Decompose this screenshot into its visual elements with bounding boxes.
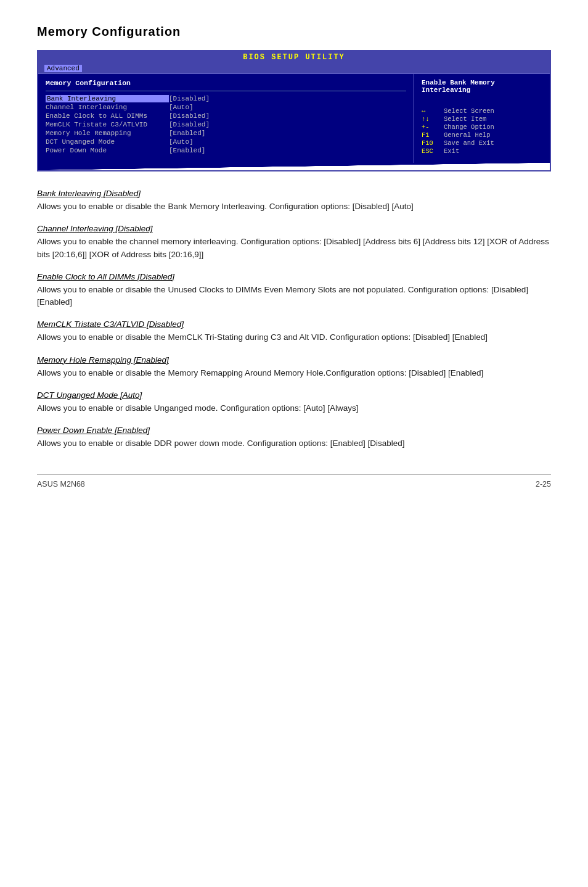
bios-row-value: [Auto] — [169, 104, 194, 111]
bios-rows: Bank Interleaving [Disabled]Channel Inte… — [46, 95, 406, 154]
bios-key-row: ↔Select Screen — [422, 107, 542, 115]
footer-right: 2-25 — [536, 480, 551, 489]
bios-row-label: Bank Interleaving — [46, 95, 169, 102]
bios-row-value: [Auto] — [169, 138, 194, 146]
bios-divider — [46, 91, 406, 91]
doc-item-title: Power Down Enable [Enabled] — [37, 426, 551, 435]
doc-item-body: Allows you to enable the channel memory … — [37, 236, 551, 261]
bios-nav-tab-label: Advanced — [44, 65, 82, 72]
bios-key-row: ↑↓Select Item — [422, 115, 542, 123]
doc-item-title: DCT Unganged Mode [Auto] — [37, 390, 551, 400]
bios-row-value: [Disabled] — [169, 112, 210, 120]
bios-key-desc: Select Screen — [444, 107, 494, 115]
bios-row[interactable]: MemCLK Tristate C3/ATLVID [Disabled] — [46, 121, 406, 128]
doc-item: Enable Clock to All DIMMs [Disabled]Allo… — [37, 272, 551, 309]
bios-help-text: Enable Bank Memory Interleaving — [422, 79, 542, 96]
doc-item: Channel Interleaving [Disabled]Allows yo… — [37, 224, 551, 261]
bios-row-label: Channel Interleaving — [46, 104, 169, 111]
doc-item: Memory Hole Remapping [Enabled]Allows yo… — [37, 355, 551, 379]
page-title: Memory Configuration — [37, 25, 551, 39]
page-footer: ASUS M2N68 2-25 — [37, 474, 551, 489]
bios-key-desc: General Help — [444, 131, 491, 139]
bios-section-title: Memory Configuration — [46, 79, 406, 87]
doc-item-title: Bank Interleaving [Disabled] — [37, 189, 551, 198]
bios-row-value: [Disabled] — [169, 95, 210, 102]
bios-row-value: [Disabled] — [169, 121, 210, 128]
doc-item-body: Allows you to enable or disable the Unus… — [37, 284, 551, 309]
doc-item-body: Allows you to enable or disable the MemC… — [37, 331, 551, 344]
doc-item-title: Channel Interleaving [Disabled] — [37, 224, 551, 233]
doc-section: Bank Interleaving [Disabled]Allows you t… — [37, 189, 551, 450]
doc-item-body: Allows you to enable or disable DDR powe… — [37, 437, 551, 450]
bios-key-desc: Select Item — [444, 115, 486, 123]
bios-left-panel: Memory Configuration Bank Interleaving [… — [38, 74, 414, 163]
doc-item: Power Down Enable [Enabled]Allows you to… — [37, 426, 551, 450]
bios-key: +- — [422, 123, 444, 131]
bios-key: F10 — [422, 139, 444, 147]
bios-key: ESC — [422, 147, 444, 155]
bios-right-panel: Enable Bank Memory Interleaving ↔Select … — [414, 74, 550, 163]
bios-row-label: Enable Clock to ALL DIMMs — [46, 112, 169, 120]
bios-key: ↔ — [422, 107, 444, 115]
doc-item: MemCLK Tristate C3/ATLVID [Disabled]Allo… — [37, 320, 551, 344]
bios-row-label: Memory Hole Remapping — [46, 130, 169, 137]
bios-key-desc: Change Option — [444, 123, 494, 131]
bios-row-value: [Enabled] — [169, 147, 205, 154]
doc-item-title: MemCLK Tristate C3/ATLVID [Disabled] — [37, 320, 551, 329]
doc-item-body: Allows you to enable or disable Unganged… — [37, 402, 551, 415]
footer-left: ASUS M2N68 — [37, 480, 85, 489]
bios-key-row: ESCExit — [422, 147, 542, 155]
bios-keys: ↔Select Screen↑↓Select Item+-Change Opti… — [422, 107, 542, 155]
bios-row[interactable]: Memory Hole Remapping [Enabled] — [46, 130, 406, 137]
bios-key: ↑↓ — [422, 115, 444, 123]
doc-item-body: Allows you to enable or disable the Bank… — [37, 200, 551, 213]
bios-row[interactable]: Bank Interleaving [Disabled] — [46, 95, 406, 102]
bios-key-row: F10Save and Exit — [422, 139, 542, 147]
bios-key-row: F1General Help — [422, 131, 542, 139]
bios-row-label: DCT Unganged Mode — [46, 138, 169, 146]
doc-item-body: Allows you to enable or disable the Memo… — [37, 367, 551, 379]
bios-row[interactable]: Enable Clock to ALL DIMMs [Disabled] — [46, 112, 406, 120]
bios-row-value: [Enabled] — [169, 130, 205, 137]
bios-header: BIOS SETUP UTILITY — [38, 51, 550, 64]
doc-item: DCT Unganged Mode [Auto]Allows you to en… — [37, 390, 551, 415]
doc-item: Bank Interleaving [Disabled]Allows you t… — [37, 189, 551, 213]
bios-row-label: MemCLK Tristate C3/ATLVID — [46, 121, 169, 128]
bios-wave-bottom — [38, 163, 550, 170]
bios-row[interactable]: Channel Interleaving [Auto] — [46, 104, 406, 111]
bios-row[interactable]: Power Down Mode [Enabled] — [46, 147, 406, 154]
bios-key-desc: Save and Exit — [444, 139, 494, 147]
bios-screen: BIOS SETUP UTILITY Advanced Memory Confi… — [37, 50, 551, 171]
bios-key: F1 — [422, 131, 444, 139]
bios-row[interactable]: DCT Unganged Mode [Auto] — [46, 138, 406, 146]
doc-item-title: Enable Clock to All DIMMs [Disabled] — [37, 272, 551, 281]
doc-item-title: Memory Hole Remapping [Enabled] — [37, 355, 551, 365]
bios-body: Memory Configuration Bank Interleaving [… — [38, 74, 550, 163]
bios-key-desc: Exit — [444, 147, 459, 155]
bios-key-row: +-Change Option — [422, 123, 542, 131]
bios-nav-tab[interactable]: Advanced — [38, 64, 550, 74]
bios-help-title: Enable Bank Memory Interleaving — [422, 79, 542, 94]
bios-row-label: Power Down Mode — [46, 147, 169, 154]
